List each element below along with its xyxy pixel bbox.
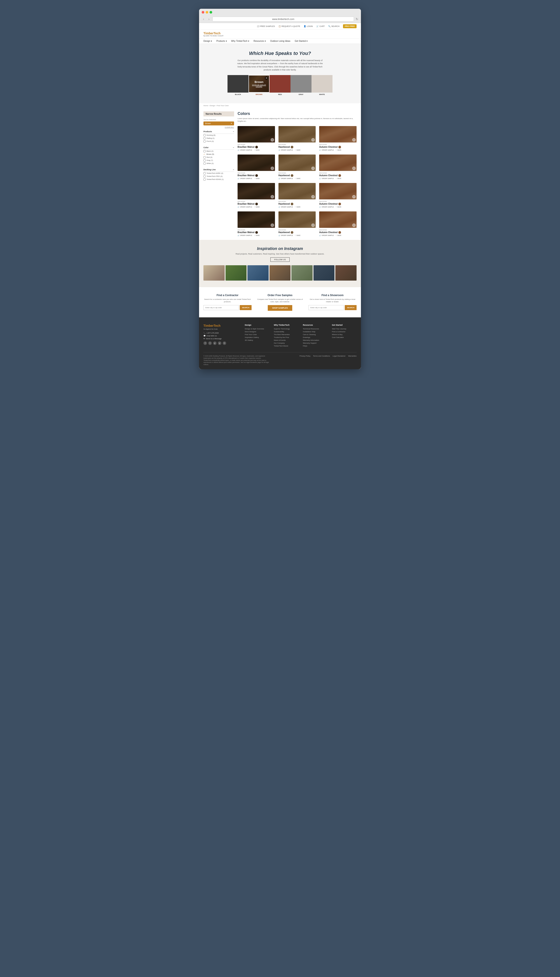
clear-all-button[interactable]: CLEAR ALL [203, 126, 234, 128]
product-name[interactable]: Brazilian Walnut [238, 174, 254, 177]
pinterest-icon[interactable]: p [213, 341, 217, 345]
footer-bottom-link[interactable]: Privacy Policy [300, 355, 310, 357]
save-button[interactable]: ♡ SAVE [295, 206, 300, 208]
order-sample-button[interactable]: 🛒 ORDER SAMPLE [278, 206, 293, 208]
footer-bottom-link[interactable]: Terms and Conditions [313, 355, 330, 357]
instagram-photo-2[interactable] [225, 265, 247, 281]
product-name[interactable]: Hazelwood [278, 146, 290, 148]
footer-link[interactable]: Care & Cleaning [303, 334, 328, 336]
product-name[interactable]: Brazilian Walnut [238, 203, 254, 205]
contractor-search-button[interactable]: SEARCH [240, 305, 252, 310]
address-bar[interactable]: www.timbertech.com [212, 17, 354, 22]
save-button[interactable]: ♡ SAVE [295, 149, 300, 151]
order-sample-button[interactable]: 🛒 ORDER SAMPLE [319, 235, 334, 236]
nav-why-timbertech[interactable]: Why TimberTech ▾ [231, 40, 249, 42]
save-button[interactable]: ♡ SAVE [295, 235, 300, 236]
footer-link[interactable]: Design & Style Overview [245, 328, 270, 330]
nav-resources[interactable]: Resources ▾ [253, 40, 266, 42]
filter-red[interactable]: Red (3) [203, 156, 234, 159]
order-sample-button[interactable]: 🛒 ORDER SAMPLE [278, 149, 293, 151]
footer-link[interactable]: Warranty Support [303, 342, 328, 344]
instagram-photo-5[interactable] [292, 265, 313, 281]
footer-link[interactable]: The Best Warranties [274, 334, 298, 336]
facebook-icon[interactable]: f [203, 341, 207, 345]
footer-link[interactable]: Where to Buy [332, 334, 357, 336]
footer-link[interactable]: Start Your Journey [332, 328, 357, 330]
footer-link[interactable]: Sustainability [274, 331, 298, 333]
footer-link[interactable]: TimberTech Brand [274, 345, 298, 347]
product-name[interactable]: Hazelwood [278, 203, 290, 205]
footer-phone[interactable]: 📞 1.877.275.2935 [203, 332, 240, 334]
footer-message-link[interactable]: ✉ Send Us a Message [203, 338, 240, 340]
footer-bottom-link[interactable]: Warranties [348, 355, 357, 357]
order-sample-button[interactable]: 🛒 ORDER SAMPLE [238, 178, 252, 179]
product-name[interactable]: Hazelwood [278, 174, 290, 177]
filter-azek[interactable]: TimberTech AZEK (4) [203, 172, 234, 175]
footer-link[interactable]: Drawings [303, 336, 328, 338]
instagram-photo-1[interactable] [203, 265, 225, 281]
swatch-gray[interactable]: GRAY [290, 75, 312, 95]
order-sample-button[interactable]: 🛒 ORDER SAMPLE [238, 206, 252, 208]
footer-link[interactable]: Find a Contractor [332, 331, 357, 333]
reload-button[interactable]: ↻ [356, 17, 358, 21]
swatch-brown[interactable]: Brown SHOW ME SIMILAR COLORS ✕ BROWN [248, 75, 270, 95]
nav-outdoor-living[interactable]: Outdoor Living Ideas [270, 40, 290, 42]
order-sample-button[interactable]: 🛒 ORDER SAMPLE [278, 178, 293, 179]
order-sample-button[interactable]: 🛒 ORDER SAMPLE [319, 149, 334, 151]
showroom-search-button[interactable]: SEARCH [345, 305, 357, 310]
footer-link[interactable]: News & Events [274, 339, 298, 341]
footer-bottom-link[interactable]: Legal Disclaimer [332, 355, 345, 357]
save-button[interactable]: ♡ SAVE [254, 149, 260, 151]
filter-edge[interactable]: TimberTech EDGE (1) [203, 178, 234, 181]
order-sample-button[interactable]: 🛒 ORDER SAMPLE [238, 235, 252, 236]
filter-decking-line-header[interactable]: Decking Line − [203, 168, 234, 172]
shop-samples-button[interactable]: SHOP SAMPLES [268, 305, 292, 311]
nav-get-started[interactable]: Get Started ▾ [295, 40, 308, 42]
search-link[interactable]: 🔍 SEARCH [328, 25, 340, 27]
nav-back-button[interactable]: ‹ [202, 17, 205, 21]
filter-black[interactable]: Black (2) [203, 150, 234, 153]
filter-gray[interactable]: Gray (7) [203, 159, 234, 162]
cart-link[interactable]: 🛒 CART [316, 25, 325, 27]
filter-pro[interactable]: TimberTech PRO (3) [203, 175, 234, 178]
save-button[interactable]: ♡ SAVE [335, 206, 341, 208]
product-name[interactable]: Brazilian Walnut [238, 231, 254, 234]
save-button[interactable]: ♡ SAVE [254, 178, 260, 179]
instagram-photo-3[interactable] [247, 265, 268, 281]
free-samples-link[interactable]: ⬜ FREE SAMPLES [257, 25, 275, 27]
contractor-zip-input[interactable] [203, 305, 239, 310]
request-quote-link[interactable]: 📋 REQUEST A QUOTE [278, 25, 300, 27]
product-name[interactable]: Autumn Chestnut [319, 174, 338, 177]
twitter-icon[interactable]: t [208, 341, 212, 345]
instagram-photo-6[interactable] [313, 265, 335, 281]
nav-forward-button[interactable]: › [207, 17, 211, 21]
nav-products[interactable]: Products ▾ [216, 40, 227, 42]
swatch-black[interactable]: BLACK [228, 75, 248, 95]
logo[interactable]: TimberTech By AZEK The Better Choice® [203, 32, 223, 37]
order-sample-button[interactable]: 🛒 ORDER SAMPLE [238, 149, 252, 151]
login-link[interactable]: 👤 LOGIN [303, 25, 313, 27]
nav-design[interactable]: Design ▾ [203, 40, 212, 42]
footer-link[interactable]: Inspiration Gallery [245, 336, 270, 338]
swatch-close-button[interactable]: ✕ [265, 77, 268, 80]
order-sample-button[interactable]: 🛒 ORDER SAMPLE [319, 206, 334, 208]
showroom-zip-input[interactable] [308, 305, 344, 310]
maximize-dot[interactable] [210, 11, 212, 13]
youtube-icon[interactable]: y [218, 341, 222, 345]
instagram-photo-4[interactable] [270, 265, 291, 281]
footer-link[interactable]: Deck Designer [245, 331, 270, 333]
order-sample-button[interactable]: 🛒 ORDER SAMPLE [278, 235, 293, 236]
footer-link[interactable]: Find Your Color [245, 334, 270, 336]
product-name[interactable]: Autumn Chestnut [319, 146, 338, 148]
product-name[interactable]: Brazilian Walnut [238, 146, 254, 148]
filter-color-header[interactable]: Color − [203, 145, 234, 150]
save-button[interactable]: ♡ SAVE [335, 178, 341, 179]
save-button[interactable]: ♡ SAVE [335, 149, 341, 151]
instagram-photo-7[interactable] [335, 265, 357, 281]
filter-decking[interactable]: Decking (8) [203, 134, 234, 137]
footer-link[interactable]: FAQs [303, 345, 328, 347]
footer-link[interactable]: Superior Technology [274, 328, 298, 330]
filter-brown[interactable]: Brown (5) [203, 153, 234, 156]
swatch-red[interactable]: RED [270, 75, 290, 95]
product-name[interactable]: Autumn Chestnut [319, 203, 338, 205]
